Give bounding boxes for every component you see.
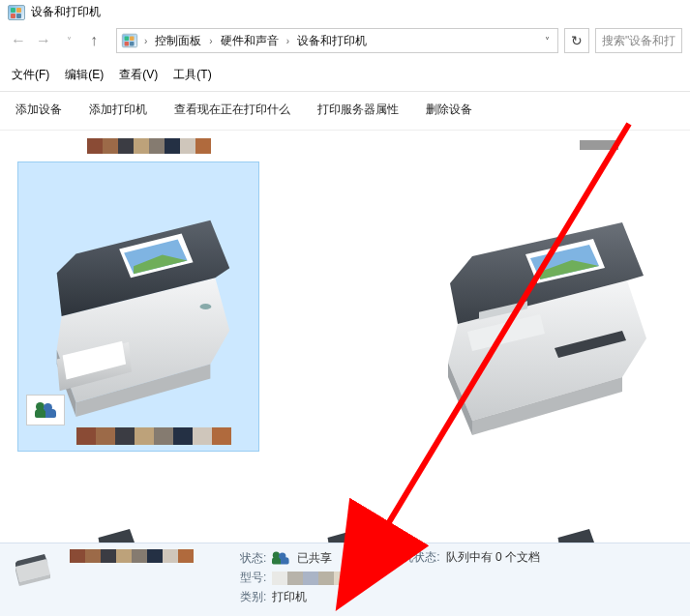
people-icon [272, 551, 289, 565]
cmd-remove-device[interactable]: 删除设备 [426, 102, 472, 118]
printer-item[interactable] [419, 179, 671, 450]
category-label: 类别: [240, 589, 266, 605]
chevron-right-icon[interactable]: › [207, 36, 214, 46]
command-toolbar: 添加设备 添加打印机 查看现在正在打印什么 打印服务器属性 删除设备 [0, 92, 690, 131]
cmd-see-printing[interactable]: 查看现在正在打印什么 [174, 102, 290, 118]
menu-file[interactable]: 文件(F) [12, 67, 49, 83]
content-area [0, 131, 690, 556]
back-button[interactable]: ← [8, 30, 29, 51]
details-printer-icon [10, 549, 54, 588]
path-dropdown[interactable]: ˅ [541, 36, 554, 46]
printer-icon [419, 179, 671, 450]
state-value: 已共享 [297, 550, 332, 567]
printer-state-value: 队列中有 0 个文档 [446, 549, 540, 566]
redacted-device-name [70, 549, 225, 563]
svg-point-10 [199, 304, 211, 309]
printer-item-selected[interactable] [17, 161, 259, 452]
redacted-thumb-swatches [76, 427, 231, 445]
recent-dropdown[interactable]: ˅ [58, 30, 79, 51]
breadcrumb-devices-printers[interactable]: 设备和打印机 [295, 31, 369, 51]
people-icon [35, 401, 56, 419]
breadcrumb-path[interactable]: › 控制面板 › 硬件和声音 › 设备和打印机 ˅ [116, 28, 558, 53]
details-pane: 状态: 已共享 型号: 类别: 打印机 打印机状态: 队列中有 0 个文档 [0, 543, 690, 616]
up-button[interactable]: ↑ [83, 30, 105, 51]
menu-tools[interactable]: 工具(T) [173, 67, 211, 83]
shared-badge [26, 395, 65, 425]
cmd-add-device[interactable]: 添加设备 [15, 102, 62, 118]
menu-bar: 文件(F) 编辑(E) 查看(V) 工具(T) [0, 61, 690, 92]
category-value: 打印机 [272, 589, 307, 605]
cmd-add-printer[interactable]: 添加打印机 [89, 102, 147, 118]
nav-buttons: ← → ˅ ↑ [8, 30, 105, 51]
menu-edit[interactable]: 编辑(E) [65, 67, 104, 83]
address-bar: ← → ˅ ↑ › 控制面板 › 硬件和声音 › 设备和打印机 ˅ ↻ 搜索"设… [0, 24, 690, 61]
redacted-model [272, 572, 349, 585]
printer-state-label: 打印机状态: [378, 549, 439, 566]
search-input[interactable]: 搜索"设备和打 [595, 28, 682, 53]
breadcrumb-control-panel[interactable]: 控制面板 [153, 31, 203, 51]
model-label: 型号: [240, 570, 266, 586]
path-icon [122, 34, 137, 47]
redacted-name-swatches [87, 138, 211, 154]
devices-printers-icon [8, 5, 25, 20]
cmd-print-server-props[interactable]: 打印服务器属性 [317, 102, 399, 118]
window-titlebar: 设备和打印机 [0, 0, 690, 24]
refresh-button[interactable]: ↻ [564, 28, 589, 53]
state-label: 状态: [240, 550, 266, 567]
breadcrumb-hardware-sound[interactable]: 硬件和声音 [219, 31, 281, 51]
chevron-right-icon[interactable]: › [142, 36, 149, 46]
redacted-label [580, 140, 618, 150]
search-placeholder: 搜索"设备和打 [602, 33, 675, 49]
chevron-right-icon[interactable]: › [285, 36, 291, 46]
forward-button[interactable]: → [33, 30, 54, 51]
window-title: 设备和打印机 [31, 4, 101, 20]
menu-view[interactable]: 查看(V) [119, 67, 158, 83]
